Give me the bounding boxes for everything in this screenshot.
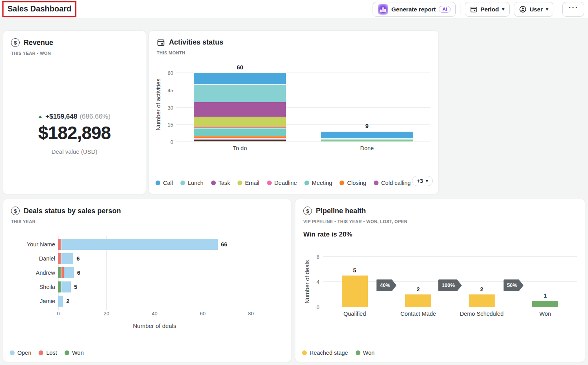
divider	[558, 4, 558, 14]
legend-item-won[interactable]: Won	[356, 350, 375, 356]
period-filter-button[interactable]: Period ▾	[465, 2, 510, 17]
plot-area: 609	[176, 73, 430, 142]
y-tick-label: 15	[168, 122, 173, 128]
ai-badge: AI	[439, 6, 451, 13]
stacked-bar[interactable]	[58, 239, 218, 250]
legend-label: Cold calling	[381, 180, 411, 186]
stacked-bar[interactable]	[58, 281, 71, 292]
x-category-label: Contact Made	[386, 311, 450, 317]
legend-label: Won	[363, 350, 375, 356]
x-category-label: Qualified	[323, 311, 386, 317]
calendar-icon	[157, 38, 165, 47]
bar-segment-lost[interactable]	[61, 267, 64, 278]
legend-item-deadline[interactable]: Deadline	[267, 180, 297, 186]
bar-value-label: 5	[353, 267, 356, 274]
bar-stack	[194, 73, 286, 142]
legend-dot	[374, 181, 378, 185]
legend-more-label: +3	[417, 178, 423, 184]
stage-bar[interactable]	[532, 301, 558, 307]
legend-dot	[339, 181, 344, 185]
legend-dot	[304, 181, 309, 185]
legend-item-task[interactable]: Task	[211, 180, 230, 186]
calendar-icon	[470, 6, 477, 13]
bar-segment-won[interactable]	[58, 281, 61, 292]
revenue-card: $ Revenue THIS YEAR • WON +$159,648 (686…	[3, 31, 146, 194]
category-label: Andrew	[3, 270, 55, 276]
legend-dot	[237, 181, 242, 185]
stage-bar[interactable]	[405, 294, 431, 307]
legend-item-open[interactable]: Open	[10, 350, 31, 356]
legend-more-button[interactable]: +3 ▾	[412, 176, 433, 186]
legend-dot	[65, 350, 69, 355]
category-label: Jamie	[3, 298, 55, 304]
legend-item-reached-stage[interactable]: Reached stage	[302, 350, 348, 356]
card-title: Deals status by sales person	[24, 207, 121, 215]
legend-item-email[interactable]: Email	[237, 180, 259, 186]
bar-chart-ai-icon	[378, 4, 388, 15]
pipeline-health-card: $ Pipeline health VIP PIPELINE • THIS YE…	[295, 199, 585, 362]
y-tick-label: 4	[317, 279, 319, 285]
legend-label: Deadline	[275, 180, 297, 186]
y-tick-label: 0	[317, 304, 319, 310]
stage-bar[interactable]	[469, 294, 495, 307]
legend-label: Reached stage	[310, 350, 348, 356]
more-options-button[interactable]: ···	[562, 2, 584, 17]
legend-label: Won	[72, 350, 84, 356]
bar-value-label: 1	[543, 292, 547, 299]
bar-segment-won[interactable]	[58, 267, 61, 278]
bar-segment-open[interactable]	[61, 281, 71, 292]
bar-segment-task[interactable]	[194, 102, 286, 117]
chevron-down-icon: ▾	[502, 7, 505, 11]
card-subtitle: THIS MONTH	[157, 50, 430, 55]
bar-total-label: 9	[321, 123, 413, 129]
bar-segment-call[interactable]	[321, 132, 413, 139]
legend-label: Email	[245, 180, 259, 186]
x-axis-ticks: 020406080	[58, 311, 285, 318]
legend-dot	[356, 350, 360, 355]
bar-segment-lunch[interactable]	[194, 84, 286, 102]
legend-item-call[interactable]: Call	[156, 180, 173, 186]
stacked-bar[interactable]	[58, 267, 74, 278]
legend-item-meeting[interactable]: Meeting	[304, 180, 332, 186]
activities-status-card: Activities status THIS MONTH Number of a…	[149, 31, 438, 194]
chevron-down-icon: ▾	[426, 179, 428, 183]
revenue-amount: $182,898	[38, 122, 111, 143]
bar-segment-lost[interactable]	[58, 239, 61, 250]
stacked-bar[interactable]	[58, 296, 63, 307]
card-subtitle: VIP PIPELINE • THIS YEAR • WON, LOST, OP…	[303, 219, 577, 224]
card-title: Revenue	[24, 39, 53, 47]
legend-item-cold-calling[interactable]: Cold calling	[374, 180, 411, 186]
legend-item-lost[interactable]: Lost	[39, 350, 57, 356]
stacked-bar[interactable]	[58, 253, 73, 264]
legend-item-closing[interactable]: Closing	[339, 180, 366, 186]
stage-bar[interactable]	[342, 276, 368, 307]
stacked-bar-done[interactable]: 9	[321, 132, 413, 142]
legend-label: Closing	[347, 180, 366, 186]
stacked-bar-to-do[interactable]: 60	[194, 73, 286, 142]
bar-segment-open[interactable]	[64, 267, 74, 278]
x-tick-label: 80	[248, 311, 254, 317]
legend-label: Open	[17, 350, 31, 356]
bar-segment-other-2[interactable]	[194, 141, 286, 142]
bar-segment-other-2[interactable]	[321, 141, 413, 142]
page-title: Sales Dashboard	[2, 1, 76, 17]
bar-segment-meeting[interactable]	[194, 128, 286, 136]
y-axis-label: Number of activities	[154, 67, 162, 142]
revenue-change-value: +$159,648	[45, 113, 77, 121]
bar-segment-open[interactable]	[58, 296, 63, 307]
bar-segment-email[interactable]	[194, 117, 286, 127]
chart-legend: Reached stageWon	[295, 350, 585, 362]
user-filter-button[interactable]: User ▾	[514, 2, 553, 17]
bar-segment-open[interactable]	[61, 239, 218, 250]
legend-item-lunch[interactable]: Lunch	[180, 180, 204, 186]
bar-segment-open[interactable]	[61, 253, 74, 264]
x-category-label: Won	[514, 311, 577, 317]
generate-report-button[interactable]: Generate report AI	[373, 2, 456, 17]
win-rate-headline: Win rate is 20%	[295, 224, 585, 238]
bar-segment-lost[interactable]	[58, 253, 61, 264]
legend-item-won[interactable]: Won	[65, 350, 84, 356]
chart-legend: CallLunchTaskEmailDeadlineMeetingClosing…	[156, 178, 432, 188]
bar-segment-call[interactable]	[194, 73, 286, 84]
y-tick-label: 30	[168, 104, 173, 110]
dollar-circle-icon: $	[11, 38, 20, 47]
